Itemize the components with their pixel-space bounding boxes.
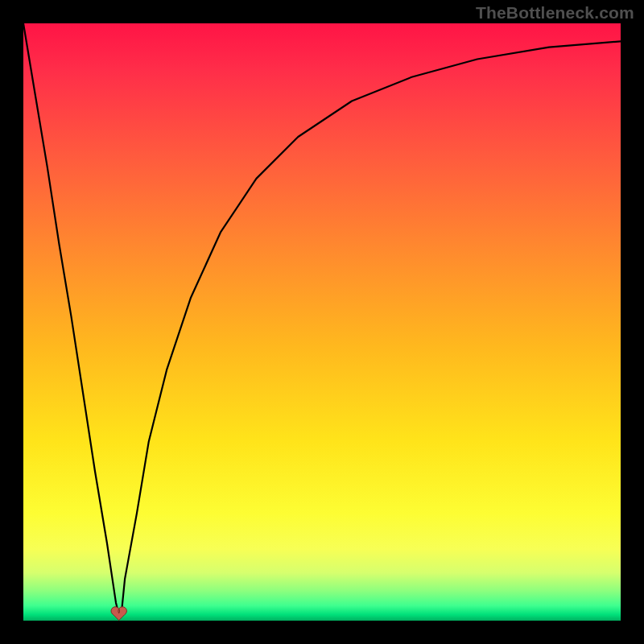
bottleneck-curve — [23, 23, 621, 615]
attribution-text: TheBottleneck.com — [476, 3, 634, 23]
min-marker — [111, 607, 126, 621]
curve-layer — [23, 23, 621, 621]
chart-frame: TheBottleneck.com — [0, 0, 644, 644]
plot-area — [23, 23, 621, 621]
